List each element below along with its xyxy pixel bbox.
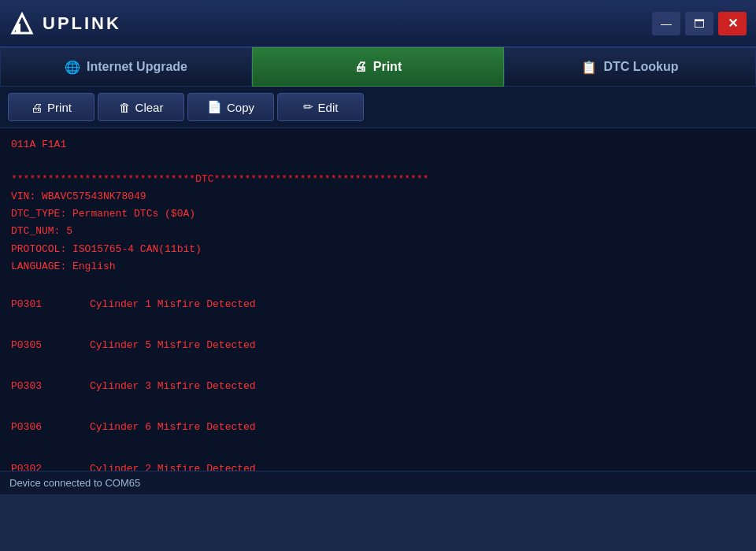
printer-nav-icon: 🖨 [354,60,367,74]
dtc-desc-4: Cylinder 2 Misfire Detected [90,460,256,471]
copy-button-label: Copy [227,101,254,114]
tab-print[interactable]: 🖨 Print [252,47,504,87]
dtc-row-1: P0305 Cylinder 5 Misfire Detected [11,337,745,354]
dtc-desc-0: Cylinder 1 Misfire Detected [90,296,256,313]
edit-button[interactable]: ✏ Edit [277,93,364,121]
copy-button-icon: 📄 [207,100,222,114]
clear-button-icon: 🗑 [119,101,131,114]
tab-internet-upgrade-label: Internet Upgrade [87,60,187,74]
dtc-code-1: P0305 [11,337,90,354]
edit-button-icon: ✏ [303,100,313,114]
status-bar: Device connected to COM65 [0,471,756,494]
dtc-num-line: DTC_NUM: 5 [11,223,745,240]
print-button-label: Print [47,101,72,114]
dtc-desc-2: Cylinder 3 Misfire Detected [90,378,256,395]
dtc-row-0: P0301 Cylinder 1 Misfire Detected [11,296,745,313]
clear-button[interactable]: 🗑 Clear [98,93,184,121]
header-line: 011A F1A1 [11,136,745,153]
toolbar: 🖨 Print 🗑 Clear 📄 Copy ✏ Edit [0,87,756,128]
dtc-row-3: P0306 Cylinder 6 Misfire Detected [11,419,745,436]
title-bar-left: UPLINK [9,11,121,36]
print-button[interactable]: 🖨 Print [8,93,94,121]
close-button[interactable]: ✕ [718,12,747,35]
globe-icon: 🌐 [65,60,80,75]
app-title: UPLINK [43,13,121,34]
dtc-row-2: P0303 Cylinder 3 Misfire Detected [11,378,745,395]
dtc-code-0: P0301 [11,296,90,313]
text-display[interactable]: 011A F1A1 ******************************… [0,128,756,471]
language-line: LANGUAGE: English [11,258,745,276]
svg-rect-1 [16,24,20,33]
print-button-icon: 🖨 [31,101,43,114]
maximize-button[interactable]: 🗖 [685,12,713,35]
title-bar: UPLINK — 🗖 ✕ [0,0,756,47]
copy-button[interactable]: 📄 Copy [187,93,274,121]
dtc-code-3: P0306 [11,419,90,436]
minimize-button[interactable]: — [652,12,680,35]
dtc-code-4: P0302 [11,460,90,471]
dtc-code-2: P0303 [11,378,90,395]
dtc-desc-3: Cylinder 6 Misfire Detected [90,419,256,436]
content-area: 011A F1A1 ******************************… [0,128,756,471]
tab-internet-upgrade[interactable]: 🌐 Internet Upgrade [0,47,252,87]
vin-line: VIN: WBAVC57543NK78049 [11,188,745,205]
dtc-row-4: P0302 Cylinder 2 Misfire Detected [11,460,745,471]
status-text: Device connected to COM65 [9,477,140,489]
separator-line: ******************************DTC*******… [11,171,745,188]
tab-dtc-lookup[interactable]: 📋 DTC Lookup [504,47,756,87]
window-controls: — 🗖 ✕ [652,12,747,35]
logo-icon [9,11,35,36]
tab-print-label: Print [373,60,402,74]
dtc-type-line: DTC_TYPE: Permanent DTCs ($0A) [11,205,745,223]
protocol-line: PROTOCOL: ISO15765-4 CAN(11bit) [11,241,745,258]
dtc-desc-1: Cylinder 5 Misfire Detected [90,337,256,354]
edit-button-label: Edit [318,101,339,114]
clear-button-label: Clear [135,101,164,114]
dtc-icon: 📋 [581,60,597,75]
svg-marker-0 [13,14,32,33]
nav-tabs: 🌐 Internet Upgrade 🖨 Print 📋 DTC Lookup [0,47,756,87]
tab-dtc-lookup-label: DTC Lookup [603,60,678,74]
